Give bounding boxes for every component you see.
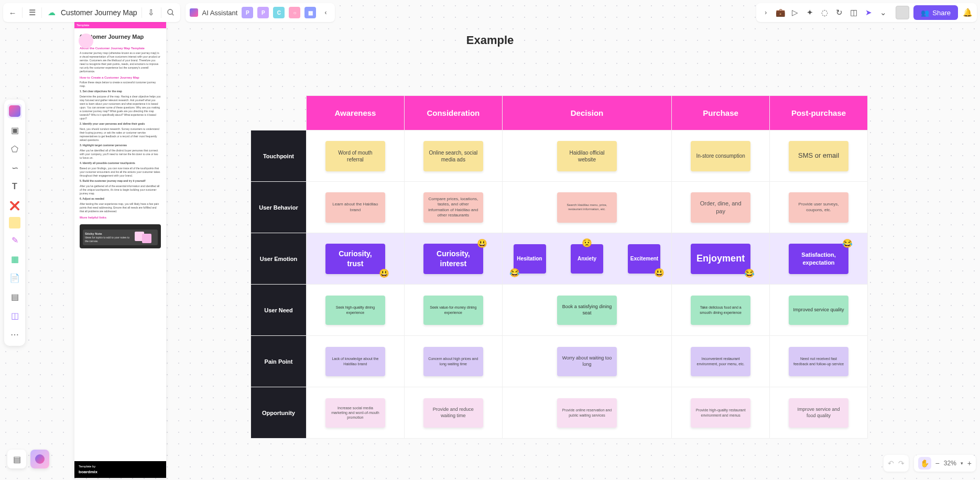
chevron-left-icon[interactable]: ‹ (320, 7, 331, 18)
section-heading: How to Create a Customer Journey Map (80, 75, 161, 80)
zoom-in-icon[interactable]: + (967, 459, 972, 467)
sticky-note[interactable]: Hesitation😂 (514, 244, 546, 274)
ai-logo-icon (190, 8, 198, 17)
collab-avatar[interactable]: ○ (289, 7, 300, 18)
collab-avatar[interactable]: ▦ (304, 7, 316, 18)
sticky-note[interactable]: Provide high-quality restaurant environm… (691, 398, 750, 428)
sticky-note[interactable]: Online search, social media ads (423, 141, 483, 171)
frame-tool-icon[interactable]: ▣ (7, 123, 22, 137)
search-icon[interactable] (166, 7, 176, 18)
collab-avatar[interactable]: P (242, 7, 253, 18)
bell-icon[interactable]: 🔔 (962, 7, 973, 18)
more-tools-icon[interactable]: ⋯ (7, 327, 22, 342)
export-icon[interactable]: ⇩ (146, 7, 157, 18)
stage-header: Purchase (672, 96, 770, 130)
cloud-sync-icon[interactable]: ☁ (46, 7, 57, 18)
history-icon[interactable]: ↻ (834, 7, 844, 18)
sticky-note[interactable]: Curiosity, interest😃 (423, 244, 483, 274)
stage-header: Awareness (307, 96, 405, 130)
sticky-note[interactable]: In-store consumption (691, 141, 750, 171)
laugh-emoji-icon: 😂 (842, 238, 853, 249)
text-tool-icon[interactable]: T (7, 179, 22, 194)
share-button[interactable]: 👥Share (913, 5, 958, 20)
sticky-note[interactable]: SMS or email (789, 141, 848, 171)
shape-tool-icon[interactable]: ⬠ (7, 141, 22, 156)
sticky-note[interactable]: Seek high-quality dining experience (325, 296, 385, 325)
table-tool-icon[interactable]: ▦ (7, 252, 22, 266)
zoom-dropdown-icon[interactable]: ▾ (961, 461, 963, 466)
sticky-note[interactable]: Enjoyment😂 (691, 244, 750, 274)
ai-assistant-button[interactable]: AI Assistant (202, 9, 238, 17)
sticky-note[interactable]: Search Haidilao menu, price, restaurant … (557, 192, 617, 223)
app-icon[interactable]: 💼 (775, 7, 786, 18)
undo-icon[interactable]: ↶ (888, 459, 894, 467)
smile-emoji-icon: 😃 (379, 268, 389, 279)
zoom-out-icon[interactable]: − (935, 459, 940, 467)
sticky-note[interactable]: Haidilao official website (557, 141, 617, 171)
sticky-note[interactable]: Inconvenient restaurant environment, poo… (691, 347, 750, 376)
sticky-note[interactable]: Provide online reservation and public wa… (557, 398, 617, 428)
row-label: Touchpoint (251, 130, 307, 182)
sticky-note[interactable]: Improve service and food quality (789, 398, 848, 428)
help-card-desc: Ideas for topics to add to your notes to… (85, 236, 133, 243)
sparkle-icon[interactable]: ✦ (804, 7, 815, 18)
canvas-example-title: Example (466, 34, 514, 47)
collab-avatar[interactable]: P (257, 7, 269, 18)
sticky-note[interactable]: Book a satisfying dining seat (557, 296, 617, 325)
play-icon[interactable]: ▷ (790, 7, 800, 18)
sticky-note[interactable]: Concern about high prices and long waiti… (423, 347, 483, 376)
brand-logo-icon[interactable] (7, 104, 22, 118)
sticky-note[interactable]: Excitement😃 (628, 244, 660, 274)
comment-icon[interactable]: ◌ (819, 7, 830, 18)
sticky-note[interactable]: Curiosity, trust😃 (325, 244, 385, 274)
sticky-note[interactable]: Provide and reduce waiting time (423, 398, 483, 428)
menu-icon[interactable]: ☰ (27, 7, 37, 18)
sticky-note[interactable]: Need not received fast feedback and foll… (789, 347, 848, 376)
sticky-note[interactable]: Improved service quality (789, 296, 848, 325)
document-title[interactable]: Customer Journey Map (61, 8, 137, 17)
sticky-note[interactable]: Increase social media marketing and word… (325, 398, 385, 428)
helpful-links-card[interactable]: Sticky Note Ideas for topics to add to y… (80, 224, 161, 248)
connector-tool-icon[interactable]: ∽ (7, 160, 22, 175)
line-tool-icon[interactable]: ❌ (7, 198, 22, 213)
pen-tool-icon[interactable]: ✎ (7, 233, 22, 247)
sticky-note[interactable]: Take delicious food and a smooth dining … (691, 296, 750, 325)
sticky-note[interactable]: Satisfaction, expectation😂 (789, 244, 848, 274)
row-label: User Need (251, 285, 307, 336)
svg-line-1 (172, 14, 173, 15)
help-card-title: Sticky Note (85, 232, 133, 236)
sticky-note[interactable]: Order, dine, and pay (691, 192, 750, 223)
sticky-note[interactable]: Anxiety😟 (571, 244, 603, 274)
sticky-note[interactable]: Word of mouth referral (325, 141, 385, 171)
section-heading: About the Customer Journey Map Template (80, 46, 161, 50)
user-avatar[interactable] (896, 6, 909, 19)
document-tool-icon[interactable]: 📄 (7, 270, 22, 285)
stage-header: Post-purchase (770, 96, 868, 130)
customer-journey-table[interactable]: Awareness Consideration Decision Purchas… (251, 95, 868, 439)
chevron-right-icon[interactable]: › (760, 7, 771, 18)
list-tool-icon[interactable]: ▤ (7, 289, 22, 304)
sticky-preview-icon (142, 234, 151, 243)
sticky-note[interactable]: Learn about the Haidilao brand (325, 192, 385, 223)
section-text: A customer journey map (otherwise known … (80, 51, 161, 73)
sticky-note[interactable]: Provide user surveys, coupons, etc. (789, 192, 848, 223)
step-text: After testing the user experience map, y… (80, 202, 161, 213)
back-icon[interactable]: ← (7, 7, 18, 18)
cursor-icon[interactable]: ➤ (863, 7, 874, 18)
chart-icon[interactable]: ◫ (848, 7, 859, 18)
template-tool-icon[interactable]: ◫ (7, 308, 22, 323)
feedback-button[interactable]: ▤ (7, 450, 26, 468)
redo-icon[interactable]: ↷ (898, 459, 905, 467)
sticky-note[interactable]: Worry about waiting too long (557, 347, 617, 376)
sticky-note[interactable]: Seek value-for-money dining experience (423, 296, 483, 325)
more-icon[interactable]: ⌄ (878, 7, 888, 18)
sticky-note-tool-icon[interactable] (9, 217, 20, 228)
template-tab-label: Template (74, 22, 166, 28)
zoom-level[interactable]: 32% (944, 460, 956, 467)
step-title: 6. Adjust as needed (80, 197, 161, 201)
collab-avatar[interactable]: C (273, 7, 285, 18)
sticky-note[interactable]: Lack of knowledge about the Haidilao bra… (325, 347, 385, 376)
hand-tool-icon[interactable]: ✋ (918, 457, 931, 470)
ai-float-button[interactable] (30, 450, 49, 468)
sticky-note[interactable]: Compare prices, locations, tastes, and o… (423, 192, 483, 223)
